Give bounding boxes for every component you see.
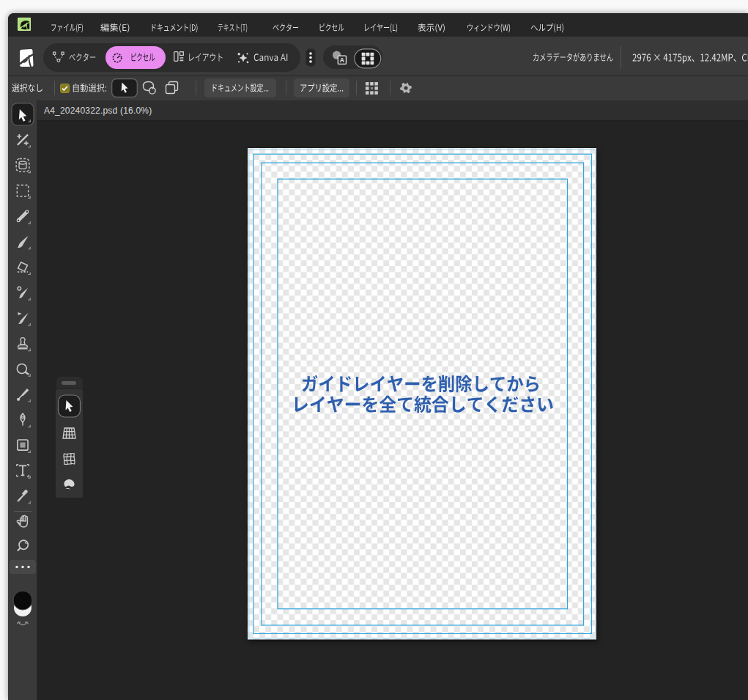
svg-text:A: A <box>340 56 344 64</box>
